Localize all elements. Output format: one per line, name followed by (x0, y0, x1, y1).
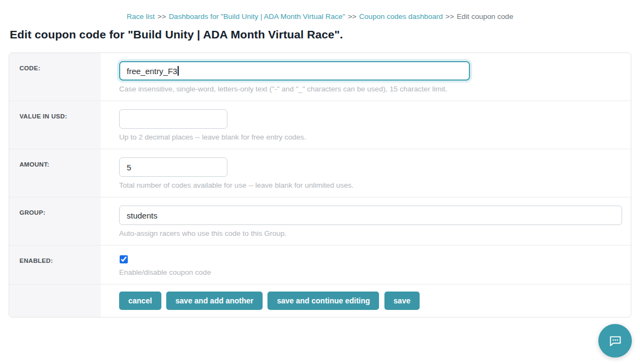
save-and-continue-editing-button[interactable]: save and continue editing (267, 292, 379, 310)
actions-empty-label-cell (9, 284, 101, 317)
group-field-cell: Auto-assign racers who use this code to … (101, 197, 631, 245)
page-title: Edit coupon code for "Build Unity | ADA … (10, 28, 640, 41)
enabled-field-label: ENABLED: (9, 246, 101, 284)
save-button[interactable]: save (384, 292, 420, 310)
code-field-cell: free_entry_F3 Case insensitive, single-w… (101, 53, 631, 101)
chat-fab-button[interactable] (598, 324, 632, 358)
breadcrumb-race-list[interactable]: Race list (127, 12, 155, 21)
value-usd-input[interactable] (119, 109, 227, 129)
code-field-label: CODE: (9, 53, 101, 101)
save-and-add-another-button[interactable]: save and add another (166, 292, 263, 310)
value-usd-field-cell: Up to 2 decimal places -- leave blank fo… (101, 101, 631, 149)
form-row-enabled: ENABLED: Enable/disable coupon code (9, 245, 631, 284)
breadcrumb: Race list>>Dashboards for "Build Unity |… (0, 12, 640, 21)
amount-field-cell: Total number of codes available for use … (101, 149, 631, 197)
amount-field-label: AMOUNT: (9, 149, 101, 197)
chat-bubble-icon (608, 334, 623, 348)
enabled-field-cell: Enable/disable coupon code (101, 246, 631, 284)
breadcrumb-separator: >> (446, 12, 454, 21)
breadcrumb-current-page: Edit coupon code (457, 12, 513, 21)
text-caret (178, 66, 179, 76)
enabled-help-text: Enable/disable coupon code (119, 268, 622, 276)
breadcrumb-coupon-codes-dashboard[interactable]: Coupon codes dashboard (359, 12, 443, 21)
breadcrumb-separator: >> (348, 12, 356, 21)
form-row-amount: AMOUNT: Total number of codes available … (9, 149, 631, 197)
breadcrumb-separator: >> (158, 12, 166, 21)
breadcrumb-dashboards[interactable]: Dashboards for "Build Unity | ADA Month … (169, 12, 345, 21)
cancel-button[interactable]: cancel (119, 292, 161, 310)
code-input[interactable]: free_entry_F3 (119, 61, 470, 81)
group-field-label: GROUP: (9, 197, 101, 245)
code-help-text: Case insensitive, single-word, letters-o… (119, 85, 622, 93)
amount-input[interactable] (119, 157, 227, 177)
value-usd-help-text: Up to 2 decimal places -- leave blank fo… (119, 133, 622, 141)
value-usd-field-label: VALUE IN USD: (9, 101, 101, 149)
form-row-value-usd: VALUE IN USD: Up to 2 decimal places -- … (9, 101, 631, 149)
enabled-checkbox[interactable] (120, 255, 128, 263)
actions-cell: cancel save and add another save and con… (101, 284, 631, 317)
group-input[interactable] (119, 206, 622, 225)
coupon-edit-form: CODE: free_entry_F3 Case insensitive, si… (9, 52, 631, 317)
amount-help-text: Total number of codes available for use … (119, 181, 622, 189)
group-help-text: Auto-assign racers who use this code to … (119, 229, 622, 237)
form-row-code: CODE: free_entry_F3 Case insensitive, si… (9, 53, 631, 101)
form-row-group: GROUP: Auto-assign racers who use this c… (9, 197, 631, 245)
code-input-value: free_entry_F3 (127, 67, 177, 76)
form-actions-row: cancel save and add another save and con… (9, 284, 631, 317)
